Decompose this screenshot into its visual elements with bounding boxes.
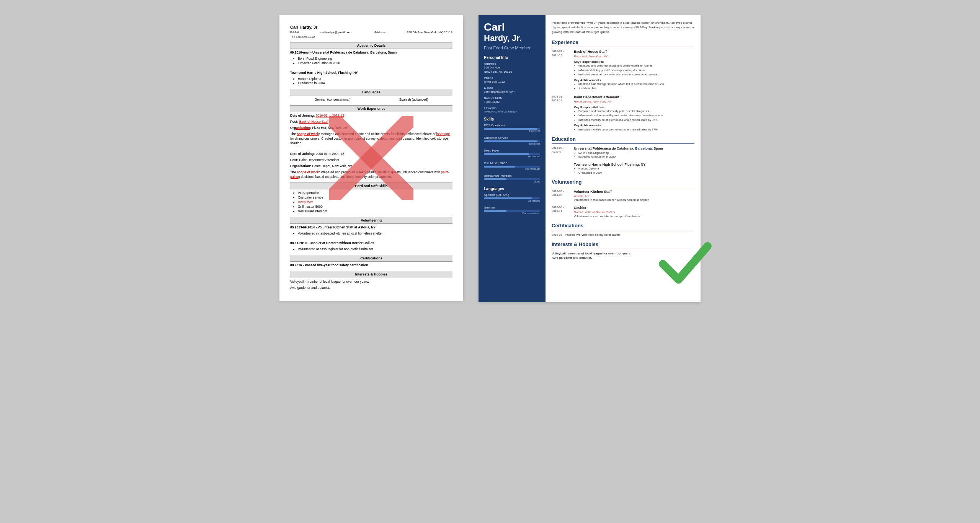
last-name: Hardy, Jr.: [484, 33, 540, 43]
exp-company-1: Pizza Hut, New York, NY: [574, 54, 694, 59]
exp-resp-list-2: Prepared and promoted weekly paint speci…: [574, 109, 694, 122]
exp-details-1: Back-of-House Staff Pizza Hut, New York,…: [574, 49, 694, 91]
languages-header: Languages: [484, 187, 540, 191]
left-skills-list: POS operation Customer service Deep frye…: [290, 191, 452, 213]
exp-ach-list-1: Identified cold storage solution which l…: [574, 82, 694, 91]
phone-value: (646) 555-1212: [484, 80, 540, 84]
list-item: Grill master 5000: [298, 205, 452, 209]
phone-label: Phone: [484, 76, 540, 80]
list-item: Prepared and promoted weekly paint speci…: [578, 109, 694, 114]
exp-details-2: Paint Department Attendant Home Depot, N…: [574, 95, 694, 132]
skill-customer-service: Customer Service Excellent: [484, 136, 540, 145]
vol-title-1: Volunteer Kitchen Staff: [574, 189, 694, 194]
left-languages: German (conversational) Spanish (advance…: [290, 98, 452, 102]
vol-details-2: Cashier Doctors without Border Collies V…: [574, 205, 694, 218]
list-item: Volunteered in fast-paced kitchen at loc…: [298, 231, 452, 236]
address-label: Address: [484, 62, 540, 65]
exp-resp-header-1: Key Responsibilities: [574, 60, 694, 64]
left-work-2-dates: Date of Joining: 2008-01 to 2009-12: [290, 152, 452, 156]
left-address: 350 5th Ave New York, NY, 10118: [407, 30, 452, 34]
vol-org-2: Doctors without Border Collies: [574, 210, 694, 214]
vol-entry-1: 2013-05 -2014-09 Volunteer Kitchen Staff…: [552, 189, 694, 202]
left-work-title: Work Experience: [290, 105, 452, 112]
list-item: Volunteered at cash register for non-pro…: [298, 247, 452, 252]
list-item: Instituted monthly color promotions whic…: [578, 118, 694, 122]
interests-section-title: Interests & Hobbies: [552, 241, 694, 249]
left-work-2-org: Organization: Home Depot, New York, NY: [290, 164, 452, 169]
right-sidebar: Carl Hardy, Jr. Fast Food Crew Member Pe…: [479, 15, 546, 302]
left-cert-title: Certifications: [290, 255, 452, 262]
left-work-2-scope: The scope of work: Prepared and promoted…: [290, 170, 452, 179]
list-item: Instituted monthly color promotions whic…: [578, 128, 694, 132]
left-academic-2: Townsend Harris High School, Flushing, N…: [290, 71, 452, 75]
cert-text: Passed five-year food safety certificati…: [565, 233, 621, 236]
left-skills-title: Hard and Soft Skills: [290, 182, 452, 190]
right-resume: Carl Hardy, Jr. Fast Food Crew Member Pe…: [479, 15, 701, 302]
skill-deep-fryer: Deep Fryer Advanced: [484, 149, 540, 158]
exp-ach-header-1: Key Achievements: [574, 78, 694, 82]
name-block: Carl Hardy, Jr. Fast Food Crew Member: [484, 21, 540, 50]
list-item: Expected Graduation in 2020: [298, 61, 452, 66]
vol-desc-1: Volunteered in fast-paced kitchen at loc…: [574, 198, 694, 202]
left-address-label: Address:: [374, 30, 387, 34]
left-work-1-org: Organization: Pizza Hut, New York, NY: [290, 126, 452, 130]
left-cert-entry: 08.2016 - Passed five-year food safety c…: [290, 263, 452, 268]
job-title: Fast Food Crew Member: [484, 46, 540, 50]
edu-school-2: Townsend Harris High School, Flushing, N…: [574, 162, 694, 167]
edu-items-1: BA in Food Engineering Expected Graduati…: [574, 151, 694, 159]
lang-german: German Conversational: [484, 206, 540, 215]
exp-entry-2: 2008-01 -2009-12 Paint Department Attend…: [552, 95, 694, 132]
exp-title-2: Paint Department Attendant: [574, 95, 694, 100]
edu-section-title: Education: [552, 136, 694, 144]
left-vol-2-items: Volunteered at cash register for non-pro…: [290, 247, 452, 252]
edu-dates-2: [552, 162, 571, 175]
list-item: Instituted customer promotional survey t…: [578, 73, 694, 77]
list-item: BA in Food Engineering: [298, 57, 452, 61]
email-label: E-mail: [484, 86, 540, 90]
left-academic-title: Academic Details: [290, 42, 452, 49]
hobby-2: Avid gardener and botanist.: [552, 256, 694, 260]
exp-dates-1: 2010-01 -2011-12: [552, 49, 571, 91]
left-work-1-post: Post: Back-of-House Staff: [290, 120, 452, 124]
skill-restaurant-intercom: Restaurant Intercom Good: [484, 174, 540, 183]
edu-details-2: Townsend Harris High School, Flushing, N…: [574, 162, 694, 175]
list-item: Identified cold storage solution which l…: [578, 82, 694, 86]
left-vol-1-items: Volunteered in fast-paced kitchen at loc…: [290, 231, 452, 236]
left-interests-2: Avid gardener and botanist.: [290, 286, 452, 290]
left-languages-title: Languages: [290, 89, 452, 96]
personal-info-header: Personal Info: [484, 55, 540, 60]
left-interests-title: Interests & Hobbies: [290, 271, 452, 278]
left-vol-title: Volunteering: [290, 217, 452, 224]
left-academic-1-items: BA in Food Engineering Expected Graduati…: [290, 57, 452, 66]
exp-section-title: Experience: [552, 39, 694, 47]
list-item: Honors Diploma: [578, 167, 694, 171]
edu-entry-2: Townsend Harris High School, Flushing, N…: [552, 162, 694, 175]
left-email: carlhardyjr@gmail.com: [320, 30, 351, 34]
left-academic-1: 09.2016-now - Universitat Politècnica de…: [290, 51, 452, 55]
left-email-label: E-Mail:: [290, 30, 300, 34]
left-academic-2-items: Honors Diploma Graduated in 2004: [290, 77, 452, 86]
list-item: Influenced customers with paint-pairing …: [578, 114, 694, 118]
exp-dates-2: 2008-01 -2009-12: [552, 95, 571, 132]
vol-entry-2: 2010-08 -2010-11 Cashier Doctors without…: [552, 205, 694, 218]
list-item: Influenced dining guests' beverage-pairi…: [578, 68, 694, 73]
first-name: Carl: [484, 21, 540, 33]
lang-spanish: Spanish (Lat. Am.) Advanced: [484, 193, 540, 202]
left-work-2-post: Post: Paint Department Attendant: [290, 158, 452, 163]
list-item: Graduated in 2004: [298, 81, 452, 86]
left-vol-2: 08-11.2010 - Cashier at Doctors without …: [290, 241, 452, 246]
exp-resp-header-2: Key Responsibilities: [574, 105, 694, 109]
left-work-1-scope: The scope of work: Managed and coached p…: [290, 132, 452, 146]
list-item: POS operation: [298, 191, 452, 196]
cert-entry: 2016-08 Passed five-year food safety cer…: [552, 233, 694, 237]
left-lang-2: Spanish (advanced): [399, 98, 428, 102]
vol-dates-2: 2010-08 -2010-11: [552, 205, 571, 218]
exp-company-2: Home Depot, New York, NY: [574, 99, 694, 104]
vol-org-1: Astoria, NY: [574, 194, 694, 198]
skills-header: Skills: [484, 117, 540, 121]
dob-label: Date of birth: [484, 96, 540, 100]
edu-details-1: Universitat Politècnica de Catalunya, Ba…: [574, 146, 694, 159]
left-tel: Tel: 646-555-1212: [290, 35, 452, 39]
skill-grill-master: Grill Master 5000 Intermediate: [484, 161, 540, 170]
list-item: Managed and coached phone and online ord…: [578, 64, 694, 68]
